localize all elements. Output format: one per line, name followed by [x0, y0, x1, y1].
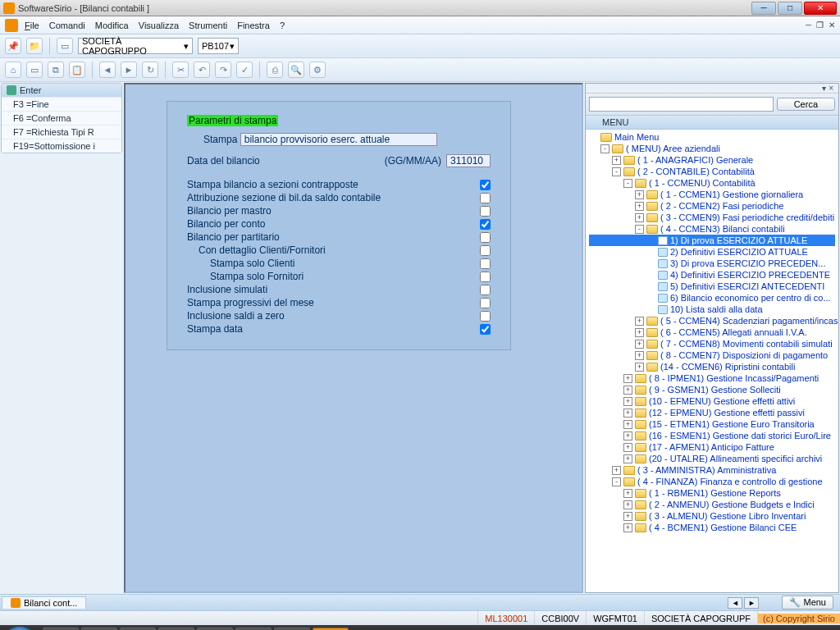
sidebar-item-0[interactable]: F3 =Fine: [2, 97, 121, 111]
company-select[interactable]: SOCIETÀ CAPOGRUPPO▾: [78, 38, 193, 54]
tool-redo-icon[interactable]: ↷: [215, 62, 231, 78]
tree-node-18[interactable]: +( 7 - CCMEN8) Movimenti contabili simul…: [589, 338, 835, 349]
tree-node-29[interactable]: +( 3 - AMMINISTRA) Amministrativa: [589, 464, 835, 476]
tree-node-32[interactable]: +( 2 - ANMENU) Gestione Budgets e Indici: [589, 499, 835, 510]
menu-strumenti[interactable]: Strumenti: [189, 21, 227, 30]
expand-icon[interactable]: +: [635, 213, 644, 222]
expand-icon[interactable]: +: [623, 489, 632, 498]
tree-node-25[interactable]: +(15 - ETMEN1) Gestione Euro Transitoria: [589, 418, 835, 430]
tool-reload-icon[interactable]: ↻: [142, 62, 158, 78]
tree-node-22[interactable]: +( 9 - GSMEN1) Gestione Solleciti: [589, 384, 835, 395]
tool-back-icon[interactable]: ◄: [99, 62, 116, 78]
search-input[interactable]: [589, 97, 774, 112]
tree-node-27[interactable]: +(17 - AFMEN1) Anticipo Fatture: [589, 441, 835, 453]
tree-node-8[interactable]: -( 4 - CCMEN3) Bilanci contabili: [589, 223, 835, 235]
form-checkbox-4[interactable]: [480, 232, 491, 243]
sidebar-item-2[interactable]: F7 =Richiesta Tipi R: [2, 125, 121, 139]
tree-node-16[interactable]: +( 5 - CCMEN4) Scadenziari pagamenti/inc…: [589, 315, 835, 326]
menu-file[interactable]: File: [25, 21, 39, 30]
tool-gear-icon[interactable]: ⚙: [309, 62, 326, 78]
expand-icon[interactable]: +: [623, 409, 632, 418]
menu-help[interactable]: ?: [280, 21, 285, 30]
sidebar-item-3[interactable]: F19=Sottomissione i: [2, 139, 121, 153]
tree-node-6[interactable]: +( 2 - CCMEN2) Fasi periodiche: [589, 200, 835, 212]
tree-node-20[interactable]: +(14 - CCMEN6) Ripristini contabili: [589, 361, 835, 372]
tree-node-9[interactable]: 1) Di prova ESERCIZIO ATTUALE: [589, 235, 835, 246]
tree-node-5[interactable]: +( 1 - CCMEN1) Gestione giornaliera: [589, 189, 835, 200]
tool-print-icon[interactable]: ⎙: [267, 62, 283, 78]
tree-node-14[interactable]: 6) Bilancio economico per centro di co..…: [589, 292, 835, 304]
tool-page-icon[interactable]: ▭: [57, 38, 73, 54]
sidebar-item-1[interactable]: F6 =Conferma: [2, 111, 121, 125]
expand-icon[interactable]: +: [612, 156, 621, 165]
tree-node-24[interactable]: +(12 - EPMENU) Gestione effetti passivi: [589, 407, 835, 418]
code-select[interactable]: PB107▾: [198, 38, 239, 54]
minimize-button[interactable]: ─: [751, 2, 776, 15]
tree-node-7[interactable]: +( 3 - CCMEN9) Fasi periodiche crediti/d…: [589, 212, 835, 223]
expand-icon[interactable]: -: [635, 225, 644, 234]
menu-visualizza[interactable]: Visualizza: [139, 21, 179, 30]
form-checkbox-1[interactable]: [480, 193, 491, 203]
expand-icon[interactable]: +: [623, 431, 632, 441]
expand-icon[interactable]: +: [612, 466, 621, 475]
mdi-restore-icon[interactable]: ❐: [816, 21, 824, 30]
tree-node-2[interactable]: +( 1 - ANAGRAFICI) Generale: [589, 154, 835, 166]
form-checkbox-9[interactable]: [480, 298, 491, 308]
tree-node-17[interactable]: +( 6 - CCMEN5) Allegati annuali I.V.A.: [589, 326, 835, 338]
tool-pin-icon[interactable]: 📌: [5, 38, 21, 54]
form-checkbox-0[interactable]: [480, 180, 491, 190]
form-checkbox-5[interactable]: [480, 245, 491, 256]
stampa-field[interactable]: [240, 133, 437, 146]
expand-icon[interactable]: -: [612, 167, 621, 176]
maximize-button[interactable]: □: [778, 2, 802, 15]
expand-icon[interactable]: +: [623, 374, 632, 383]
tree-node-10[interactable]: 2) Definitivi ESERCIZIO ATTUALE: [589, 246, 835, 258]
expand-icon[interactable]: +: [635, 317, 644, 326]
tool-zoom-icon[interactable]: 🔍: [288, 62, 304, 78]
tool-check-icon[interactable]: ✓: [236, 62, 253, 78]
tree-node-15[interactable]: 10) Lista saldi alla data: [589, 304, 835, 315]
expand-icon[interactable]: -: [623, 179, 632, 188]
expand-icon[interactable]: -: [612, 477, 621, 486]
tool-cut-icon[interactable]: ✂: [172, 62, 189, 78]
expand-icon[interactable]: +: [623, 397, 632, 406]
tree-node-12[interactable]: 4) Definitivi ESERCIZIO PRECEDENTE: [589, 269, 835, 281]
expand-icon[interactable]: +: [635, 351, 644, 360]
expand-icon[interactable]: +: [635, 202, 644, 211]
expand-icon[interactable]: +: [623, 523, 632, 532]
tool-copy-icon[interactable]: ⧉: [48, 62, 64, 78]
expand-icon[interactable]: +: [623, 420, 632, 429]
tool-fwd-icon[interactable]: ►: [121, 62, 137, 78]
form-checkbox-8[interactable]: [480, 285, 491, 295]
tool-doc-icon[interactable]: ▭: [26, 62, 43, 78]
mdi-close-icon[interactable]: ✕: [829, 21, 835, 30]
tab-next-button[interactable]: ►: [744, 597, 759, 609]
expand-icon[interactable]: +: [635, 328, 644, 337]
tree-node-30[interactable]: -( 4 - FINANZA) Finanza e controllo di g…: [589, 476, 835, 487]
tree-node-21[interactable]: +( 8 - IPMEN1) Gestione Incassi/Pagament…: [589, 372, 835, 384]
start-button[interactable]: [3, 627, 36, 630]
expand-icon[interactable]: +: [623, 500, 632, 509]
expand-icon[interactable]: +: [623, 443, 632, 452]
tool-paste-icon[interactable]: 📋: [69, 62, 85, 78]
tree-node-31[interactable]: +( 1 - RBMEN1) Gestione Reports: [589, 487, 835, 499]
form-checkbox-3[interactable]: [480, 219, 491, 230]
tool-undo-icon[interactable]: ↶: [194, 62, 210, 78]
menu-modifica[interactable]: Modifica: [95, 21, 129, 30]
tree-node-19[interactable]: +( 8 - CCMEN7) Disposizioni di pagamento: [589, 349, 835, 361]
tree-node-33[interactable]: +( 3 - ALMENU) Gestione Libro Inventari: [589, 510, 835, 522]
tab-prev-button[interactable]: ◄: [728, 597, 742, 609]
tree-node-0[interactable]: Main Menu: [589, 131, 835, 143]
expand-icon[interactable]: +: [623, 386, 632, 395]
tree-node-3[interactable]: -( 2 - CONTABILE) Contabilità: [589, 166, 835, 177]
expand-icon[interactable]: +: [623, 512, 632, 521]
expand-icon[interactable]: +: [635, 190, 644, 199]
tree-node-26[interactable]: +(16 - ESMEN1) Gestione dati storici Eur…: [589, 430, 835, 441]
tree-node-28[interactable]: +(20 - UTALRE) Allineamenti specifici ar…: [589, 453, 835, 464]
tree-node-1[interactable]: -( MENU) Aree aziendali: [589, 143, 835, 154]
tool-home-icon[interactable]: ⌂: [5, 62, 21, 78]
form-checkbox-7[interactable]: [480, 272, 491, 282]
mdi-minimize-icon[interactable]: ─: [806, 21, 811, 30]
form-checkbox-6[interactable]: [480, 258, 491, 269]
menu-button[interactable]: 🔧 Menu: [782, 596, 833, 609]
